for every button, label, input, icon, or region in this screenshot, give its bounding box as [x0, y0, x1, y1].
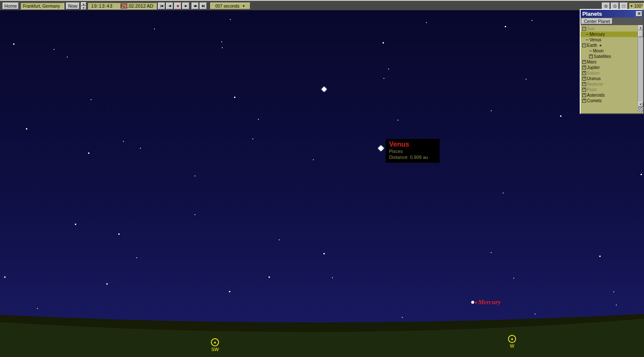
compass-marker-sw: ▲ SW — [211, 338, 219, 352]
star — [641, 174, 642, 175]
compass-label-w: W — [508, 343, 516, 348]
star — [616, 305, 617, 305]
date-value[interactable]: 29 .02.2012 AD — [120, 3, 153, 9]
star — [123, 141, 124, 142]
planets-panel-titlebar[interactable]: Planets ✕ — [581, 10, 643, 17]
planet-tree-item-neptune[interactable]: +Neptune — [581, 81, 638, 87]
planet-label: Mars — [587, 60, 596, 64]
ground-horizon — [0, 0, 644, 357]
play-reverse-button[interactable]: ◀ — [166, 3, 173, 9]
planet-tree-item-saturn[interactable]: +Saturn — [581, 70, 638, 76]
star — [613, 291, 614, 292]
star — [222, 47, 223, 48]
expand-icon[interactable]: + — [582, 71, 586, 75]
expand-icon[interactable]: + — [582, 66, 586, 69]
expand-icon[interactable]: + — [582, 99, 586, 103]
star — [252, 138, 253, 139]
play-fast-button[interactable]: ●▶ — [192, 3, 199, 9]
scrollbar-thumb[interactable] — [638, 30, 643, 37]
star — [513, 278, 514, 279]
tree-scrollbar[interactable]: ▲ ▼ — [638, 25, 643, 107]
now-button[interactable]: Now — [66, 3, 80, 9]
venus-planet-dot[interactable] — [378, 145, 384, 151]
planet-tree-item-earth[interactable]: −Earth◄ — [581, 43, 638, 48]
planet-tree-item-pluto[interactable]: +Pluto — [581, 87, 638, 92]
planet-tree-item-satellites[interactable]: +Satellites — [581, 54, 638, 59]
star — [269, 276, 270, 278]
location-field[interactable]: Frankfurt, Germany — [20, 3, 64, 9]
expand-icon[interactable]: + — [589, 55, 593, 58]
planet-tree-item-sun[interactable]: −Sun — [581, 26, 638, 32]
ground-area — [0, 319, 644, 357]
center-planet-button[interactable]: Center Planet — [581, 18, 613, 24]
planet-label: Saturn — [587, 71, 599, 75]
date-day-selected[interactable]: 29 — [120, 3, 127, 9]
star — [398, 120, 398, 121]
bright-object-dot[interactable] — [321, 86, 327, 92]
star — [136, 257, 137, 258]
compass-marker-w: ▲ W — [508, 335, 516, 348]
mercury-label: Mercury — [478, 299, 501, 306]
stop-button[interactable]: ■ — [174, 3, 181, 9]
play-button[interactable]: ▶ — [182, 3, 189, 9]
expand-icon[interactable]: + — [582, 88, 586, 92]
star — [229, 291, 230, 292]
spin-up-icon[interactable]: ▲ — [81, 2, 86, 6]
spin-down-icon[interactable]: ▼ — [81, 6, 86, 10]
collapse-icon[interactable]: − — [582, 43, 586, 47]
planet-tree-item-venus[interactable]: Venus — [581, 37, 638, 43]
expand-icon[interactable]: + — [582, 77, 586, 81]
expand-icon[interactable]: + — [582, 82, 586, 86]
scroll-up-icon[interactable]: ▲ — [638, 25, 643, 30]
planets-panel: Planets ✕ Center Planet −SunMercuryVenus… — [580, 9, 644, 114]
planet-label: Pluto — [587, 87, 597, 92]
planet-label: Mercury — [590, 32, 605, 37]
home-button[interactable]: Home — [3, 3, 19, 9]
time-value[interactable]: 19:13:43 — [91, 3, 113, 9]
fov-select[interactable]: ▼ 100° — [629, 3, 644, 9]
expand-icon[interactable]: + — [582, 93, 586, 97]
star — [526, 79, 527, 80]
star — [491, 252, 492, 253]
dropdown-arrow-icon: ▼ — [242, 4, 245, 8]
star — [258, 119, 259, 120]
planet-tree-item-asteroids[interactable]: +Asteroids — [581, 92, 638, 98]
planet-tree-item-mars[interactable]: +Mars — [581, 59, 638, 65]
time-step-value: 007 seconds — [215, 4, 240, 9]
planet-tree-item-uranus[interactable]: +Uranus — [581, 76, 638, 81]
star — [75, 224, 76, 225]
scroll-down-icon[interactable]: ▼ — [638, 102, 643, 107]
zoom-frame-icon[interactable]: □ — [620, 3, 628, 9]
planets-panel-subheader: Center Planet — [581, 17, 643, 25]
planet-tree-item-jupiter[interactable]: +Jupiter — [581, 65, 638, 70]
tree-connector — [586, 34, 589, 35]
star — [491, 110, 492, 111]
time-date-display[interactable]: 19:13:43 29 .02.2012 AD — [88, 3, 157, 9]
planet-label: Uranus — [587, 76, 601, 81]
close-icon[interactable]: ✕ — [636, 11, 642, 17]
star — [332, 277, 333, 278]
planet-label: Satellites — [594, 54, 611, 59]
tree-connector — [589, 51, 592, 51]
planet-tree-item-comets[interactable]: +Comets — [581, 98, 638, 104]
collapse-icon[interactable]: − — [582, 27, 586, 31]
panel-resize-grip[interactable] — [638, 107, 643, 112]
date-rest[interactable]: .02.2012 AD — [127, 3, 153, 9]
step-forward-button[interactable]: ▶| — [200, 3, 207, 9]
planet-label: Venus — [590, 37, 601, 42]
compass-arrow-icon: ▲ — [510, 337, 514, 341]
star — [91, 99, 92, 100]
sky-view[interactable]: Venus Pisces Distance: 0.909 au ◄ Mercur… — [0, 0, 644, 357]
zoom-out-icon[interactable]: ⊖ — [602, 3, 610, 9]
mercury-planet-marker[interactable]: ◄ Mercury — [471, 299, 501, 306]
zoom-reset-icon[interactable]: ⊙ — [611, 3, 619, 9]
star — [4, 276, 6, 278]
time-step-select[interactable]: 007 seconds ▼ — [210, 3, 250, 9]
planet-tree-item-mercury[interactable]: Mercury — [581, 32, 638, 37]
star — [313, 159, 314, 160]
planet-tree-item-moon[interactable]: Moon — [581, 48, 638, 54]
expand-icon[interactable]: + — [582, 60, 586, 64]
step-back-button[interactable]: |◀ — [158, 3, 165, 9]
compass-circle: ▲ — [508, 335, 516, 343]
planet-label: Jupiter — [587, 65, 600, 70]
